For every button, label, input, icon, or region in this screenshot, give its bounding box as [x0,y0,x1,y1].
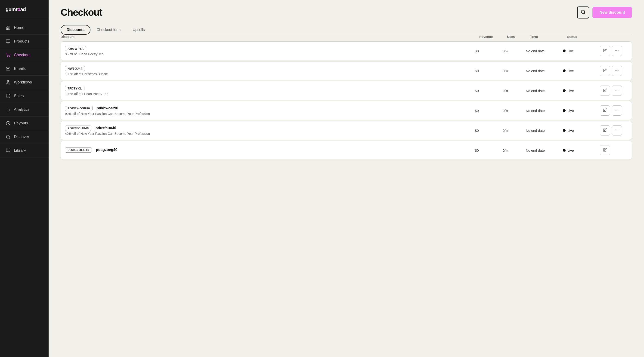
tab-upsells[interactable]: Upsells [126,25,150,35]
new-discount-button[interactable]: New discount [592,7,632,18]
status-2: Live [563,89,600,93]
table-header: Discount Revenue Uses Term Status [60,35,632,41]
status-label-2: Live [568,89,574,93]
svg-point-31 [617,110,617,110]
discount-code-1: NW6GJ44 [65,66,85,71]
tabs: Discounts Checkout form Upsells [60,25,632,35]
sidebar-item-checkout[interactable]: Checkout [0,48,48,62]
sidebar-item-analytics-label: Analytics [14,107,30,112]
sidebar-item-workflows[interactable]: Workflows [0,76,48,89]
gumroad-logo: gumroad [6,6,43,12]
svg-point-22 [617,50,617,51]
revenue-5: $0 [475,148,503,152]
svg-point-5 [8,80,9,82]
status-dot-4 [563,129,566,132]
svg-point-21 [616,50,616,51]
svg-line-8 [7,82,8,83]
svg-point-26 [618,70,618,70]
edit-button-2[interactable] [600,85,610,96]
action-buttons-1 [600,66,628,76]
discount-description-4: 40% off of How Your Passion Can Become Y… [65,132,475,135]
edit-icon [603,48,607,53]
uses-4: 0/∞ [503,129,526,132]
svg-point-4 [10,57,10,57]
status-3: Live [563,109,600,113]
more-button-0[interactable] [612,46,622,56]
edit-button-3[interactable] [600,105,610,116]
edit-icon [603,128,607,133]
more-icon [615,88,619,93]
status-dot-3 [563,109,566,112]
sidebar-item-library[interactable]: Library [0,144,48,157]
sidebar-item-discover[interactable]: Discover [0,130,48,144]
status-label-3: Live [568,109,574,113]
checkout-icon [6,52,11,57]
sidebar-item-sales[interactable]: Sales [0,89,48,103]
edit-icon [603,68,607,73]
sidebar-item-home[interactable]: Home [0,21,48,35]
col-header-revenue: Revenue [479,35,507,39]
tab-discounts[interactable]: Discounts [60,25,90,35]
sidebar-item-workflows-label: Workflows [14,80,32,85]
more-button-3[interactable] [612,105,622,116]
term-5: No end date [526,148,563,152]
emails-icon [6,66,11,71]
code-row-1: NW6GJ44 [65,66,475,71]
sidebar-item-payouts[interactable]: Payouts [0,116,48,130]
col-header-actions [604,35,632,39]
svg-point-3 [8,57,8,57]
sidebar-item-products[interactable]: Products [0,35,48,48]
tab-checkout-form[interactable]: Checkout form [90,25,126,35]
edit-icon [603,148,607,153]
uses-3: 0/∞ [503,109,526,113]
sidebar-item-analytics[interactable]: Analytics [0,103,48,116]
edit-button-5[interactable] [600,145,610,155]
discount-info-2: 7FDTYKL 100% off of I Heart Poetry Tee [65,86,475,96]
code-row-4: PDUSFCUU40 pdusfcuu40 [65,126,475,131]
code-row-5: PDAGZOEG40 pdagzoeg40 [65,147,475,153]
svg-point-33 [616,130,616,130]
edit-button-4[interactable] [600,125,610,135]
discount-info-1: NW6GJ44 100% off of Christmas Bundle [65,66,475,76]
sidebar-item-emails[interactable]: Emails [0,62,48,76]
svg-point-25 [617,70,617,70]
edit-button-0[interactable] [600,46,610,56]
status-label-4: Live [568,129,574,132]
col-header-uses: Uses [507,35,530,39]
more-button-2[interactable] [612,85,622,96]
sales-icon [6,93,11,98]
search-button[interactable] [577,6,589,18]
action-buttons-5 [600,145,628,155]
header-actions: New discount [577,6,632,18]
action-buttons-2 [600,85,628,96]
uses-1: 0/∞ [503,69,526,73]
sidebar-item-home-label: Home [14,25,24,30]
code-row-0: AHGWP5A [65,46,475,51]
uses-2: 0/∞ [503,89,526,93]
products-icon [6,39,11,44]
discount-name-5: pdagzoeg40 [96,148,117,152]
edit-icon [603,88,607,93]
discount-description-1: 100% off of Christmas Bundle [65,72,475,76]
discount-code-5: PDAGZOEG40 [65,147,92,153]
discount-info-5: PDAGZOEG40 pdagzoeg40 [65,147,475,154]
svg-point-17 [6,135,10,138]
action-buttons-0 [600,46,628,56]
svg-point-29 [618,90,618,90]
page-title: Checkout [60,7,102,18]
action-buttons-4 [600,125,628,135]
discount-code-0: AHGWP5A [65,46,86,51]
col-header-status: Status [567,35,604,39]
action-buttons-3 [600,105,628,116]
more-button-4[interactable] [612,125,622,135]
status-dot-2 [563,89,566,92]
status-0: Live [563,49,600,53]
more-button-1[interactable] [612,66,622,76]
svg-point-28 [617,90,617,90]
more-icon [615,128,619,133]
edit-button-1[interactable] [600,66,610,76]
status-4: Live [563,129,600,132]
discount-info-3: PDKBWOSR90 pdkbwosr90 90% off of How You… [65,106,475,116]
svg-point-24 [616,70,616,70]
table-row: AHGWP5A $5 off of I Heart Poetry Tee $0 … [60,41,632,60]
